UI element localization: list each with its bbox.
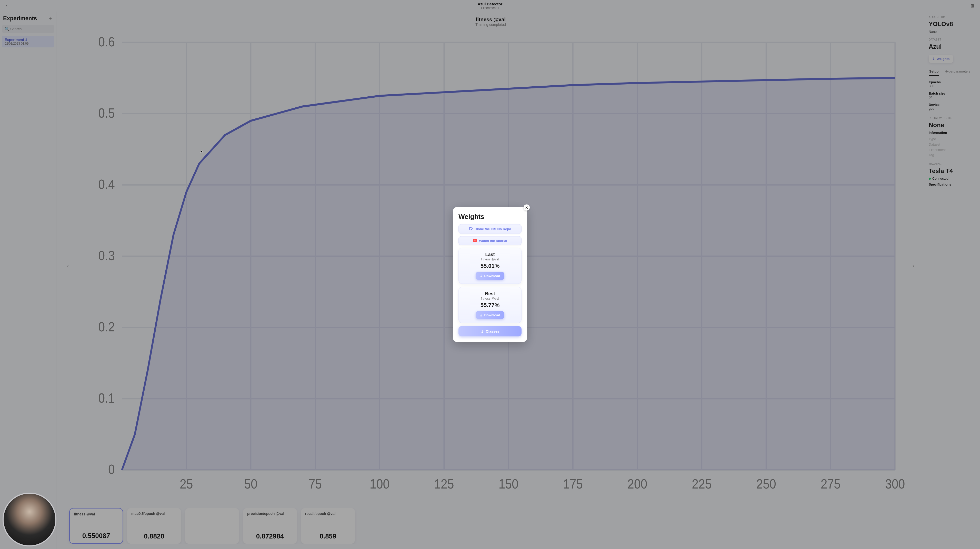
- best-title: Best: [463, 291, 517, 297]
- download-best-label: Download: [484, 313, 500, 317]
- clone-github-button[interactable]: Clone the GitHub Repo: [458, 224, 522, 234]
- last-weight-card: Last fitness @val 55.01% Download: [458, 248, 522, 284]
- presenter-webcam: [3, 493, 56, 546]
- download-last-label: Download: [484, 274, 500, 278]
- classes-button[interactable]: Classes: [458, 326, 522, 336]
- download-best-button[interactable]: Download: [476, 311, 504, 319]
- modal-close-button[interactable]: ✕: [523, 205, 530, 211]
- best-weight-card: Best fitness @val 55.77% Download: [458, 287, 522, 323]
- youtube-icon: [473, 239, 477, 243]
- download-last-button[interactable]: Download: [476, 272, 504, 280]
- watch-tutorial-button[interactable]: Watch the tutorial: [458, 236, 522, 245]
- download-icon: [480, 274, 482, 278]
- download-icon: [481, 329, 484, 333]
- watch-tutorial-label: Watch the tutorial: [479, 239, 507, 243]
- best-metric: fitness @val: [463, 297, 517, 300]
- last-value: 55.01%: [463, 263, 517, 270]
- classes-label: Classes: [486, 329, 500, 333]
- download-icon: [480, 313, 482, 317]
- modal-title: Weights: [458, 213, 522, 221]
- last-metric: fitness @val: [463, 257, 517, 261]
- cursor-icon: [200, 150, 204, 153]
- best-value: 55.77%: [463, 302, 517, 309]
- weights-modal: ✕ Weights Clone the GitHub Repo Watch th…: [453, 207, 527, 342]
- github-icon: [469, 227, 473, 231]
- last-title: Last: [463, 252, 517, 257]
- clone-github-label: Clone the GitHub Repo: [475, 227, 511, 231]
